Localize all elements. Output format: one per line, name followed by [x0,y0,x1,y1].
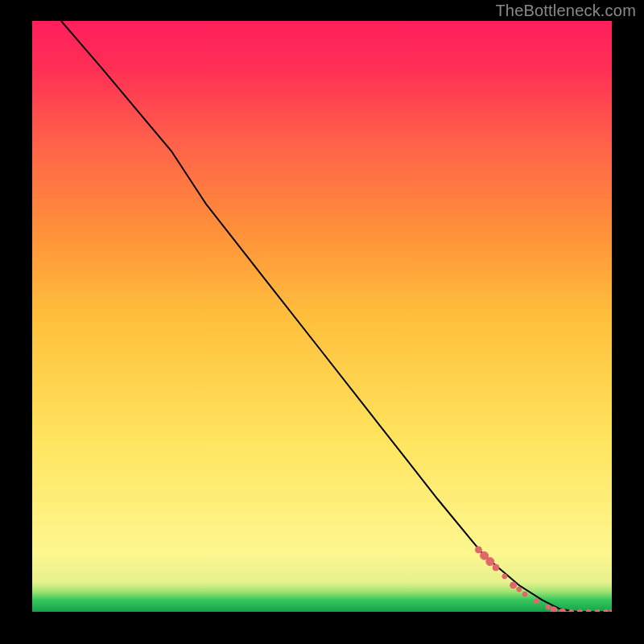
data-point [569,609,574,612]
chart-frame: TheBottleneck.com [0,0,644,644]
data-point [510,582,517,588]
data-point [595,609,600,612]
data-point [604,609,609,612]
data-point [609,609,612,612]
attribution-label: TheBottleneck.com [495,2,636,20]
chart-line [61,21,612,612]
data-point [486,558,494,566]
data-point [551,607,557,612]
data-point [502,574,507,579]
data-point [522,592,527,597]
chart-points [475,547,612,612]
plot-area [32,21,612,612]
data-point [475,547,481,553]
data-point [493,564,499,571]
data-point [577,609,582,612]
data-point [534,599,539,604]
data-point [586,609,591,612]
data-point [559,609,566,612]
chart-svg [32,21,612,612]
data-point [517,587,522,592]
data-point [546,605,551,609]
